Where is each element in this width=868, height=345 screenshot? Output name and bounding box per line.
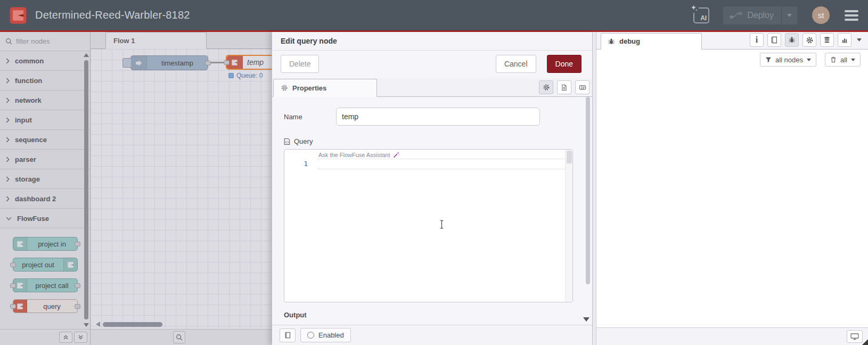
deploy-button[interactable]: Deploy (723, 11, 781, 20)
assistant-placeholder-button[interactable]: Ask the FlowFuse Assistant (318, 151, 400, 158)
tab-properties[interactable]: Properties (273, 79, 377, 97)
node-red-app: Determined-Reed-Warbler-8182 AI Deploy (0, 0, 868, 345)
tray-scrollbar[interactable] (585, 97, 591, 310)
query-label: Query (294, 137, 313, 145)
tab-flow-1[interactable]: Flow 1 (105, 32, 207, 49)
debug-filter-button[interactable]: all nodes (760, 53, 816, 67)
node-enabled-toggle[interactable]: Enabled (300, 328, 351, 342)
input-port[interactable] (10, 283, 16, 288)
input-port[interactable] (10, 304, 16, 309)
context-data-tab-button[interactable] (820, 33, 834, 47)
debug-clear-button[interactable]: all (825, 53, 861, 67)
palette-search[interactable] (0, 32, 90, 51)
properties-icon-button[interactable] (539, 80, 553, 94)
description-icon-button[interactable] (557, 80, 571, 94)
sidebar-options-button[interactable] (855, 38, 862, 42)
main-menu-button[interactable] (845, 10, 858, 21)
gear-icon (543, 84, 550, 91)
delete-button[interactable]: Delete (281, 55, 319, 73)
trash-icon (830, 56, 837, 63)
name-input[interactable] (336, 108, 540, 126)
deploy-options-button[interactable] (781, 6, 797, 24)
cancel-button[interactable]: Cancel (496, 55, 536, 73)
tray-toolbar: Delete Cancel Done (272, 51, 592, 78)
scrollbar-thumb[interactable] (586, 97, 590, 284)
expand-all-categories-button[interactable] (74, 332, 87, 343)
filter-label: all nodes (775, 56, 803, 64)
scroll-down-arrow-icon[interactable] (84, 323, 89, 327)
done-button[interactable]: Done (547, 55, 582, 73)
collapse-all-categories-button[interactable] (59, 332, 72, 343)
help-tab-button[interactable] (767, 33, 781, 47)
scroll-left-arrow-icon[interactable] (96, 322, 100, 327)
palette-category-common[interactable]: common (0, 51, 90, 71)
gear-icon (281, 84, 288, 92)
scroll-more-indicator-icon[interactable] (583, 317, 589, 322)
scroll-up-arrow-icon[interactable] (84, 53, 89, 57)
palette-node-query[interactable]: query (13, 299, 78, 313)
query-code-editor[interactable]: Ask the FlowFuse Assistant 1 (284, 149, 573, 302)
user-avatar[interactable]: st (812, 6, 830, 24)
palette-node-project-out[interactable]: project out (13, 258, 78, 272)
window-resize-grip[interactable] (862, 339, 868, 345)
input-port[interactable] (224, 60, 230, 65)
editor-scrollbar[interactable] (565, 150, 572, 302)
chevron-right-icon (6, 157, 10, 162)
line-number: 1 (284, 160, 308, 168)
ai-assistant-button[interactable]: AI (693, 7, 709, 23)
menu-bar-icon (845, 14, 858, 17)
palette-footer (0, 329, 90, 345)
flowfuse-node-icon (13, 237, 27, 250)
chevron-down-icon (857, 38, 862, 42)
chevron-right-icon (6, 117, 10, 123)
dashboard-tab-button[interactable] (838, 33, 851, 47)
debug-tab-button[interactable] (785, 33, 799, 47)
config-nodes-tab-button[interactable] (803, 33, 816, 47)
output-port[interactable] (75, 283, 80, 288)
debug-footer (596, 327, 868, 345)
canvas-horizontal-scrollbar[interactable] (96, 321, 162, 327)
node-status: Queue: 0 (228, 72, 263, 79)
scrollbar-thumb[interactable] (103, 322, 162, 327)
node-label: project out (13, 261, 63, 269)
palette-category-input[interactable]: input (0, 110, 90, 130)
filter-nodes-input[interactable] (16, 37, 75, 45)
palette-node-project-in[interactable]: project in (13, 237, 78, 251)
debug-message-list[interactable] (596, 70, 868, 327)
palette-categories: common function network input sequence (0, 51, 90, 228)
palette-category-dashboard2[interactable]: dashboard 2 (0, 189, 90, 209)
output-port[interactable] (75, 242, 80, 247)
node-help-button[interactable] (280, 328, 296, 342)
palette-category-flowfuse[interactable]: FlowFuse (0, 209, 90, 228)
scrollbar-thumb[interactable] (84, 60, 88, 319)
palette-category-sequence[interactable]: sequence (0, 130, 90, 150)
output-port[interactable] (205, 61, 211, 65)
inject-trigger-button[interactable] (122, 58, 131, 68)
deploy-label: Deploy (747, 11, 774, 20)
inject-node-timestamp[interactable]: timestamp (130, 55, 208, 70)
palette-category-parser[interactable]: parser (0, 150, 90, 169)
gear-icon (806, 36, 814, 44)
open-debug-window-button[interactable] (847, 330, 863, 343)
sidebar-resize-handle[interactable] (592, 32, 596, 345)
input-port[interactable] (10, 262, 16, 267)
scrollbar-thumb[interactable] (567, 151, 572, 163)
query-field-label: Query (284, 137, 573, 145)
zoom-navigator-button[interactable] (173, 331, 185, 343)
node-appearance-icon (579, 84, 586, 91)
deploy-button-group: Deploy (723, 6, 797, 24)
palette-category-network[interactable]: network (0, 91, 90, 110)
double-chevron-down-icon (78, 335, 84, 340)
palette-category-function[interactable]: function (0, 71, 90, 91)
info-tab-button[interactable]: i (750, 33, 764, 47)
palette-category-storage[interactable]: storage (0, 169, 90, 189)
tab-debug[interactable]: debug (601, 33, 702, 50)
output-port[interactable] (75, 304, 80, 309)
text-cursor-icon (439, 220, 444, 231)
bug-icon (608, 38, 615, 45)
palette-scrollbar[interactable] (84, 53, 89, 327)
palette-node-project-call[interactable]: project call (13, 278, 78, 292)
book-icon (771, 36, 778, 44)
appearance-icon-button[interactable] (575, 80, 589, 94)
node-label: query (27, 302, 77, 310)
